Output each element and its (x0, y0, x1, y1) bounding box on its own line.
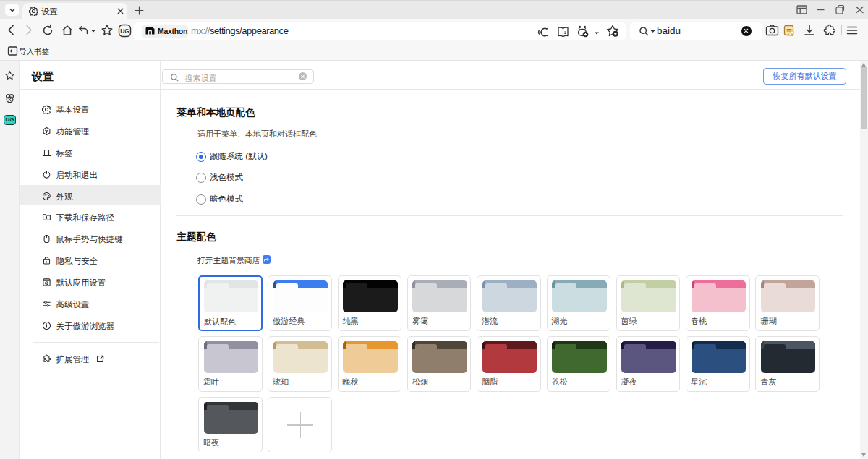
svg-text:UG: UG (120, 27, 129, 35)
